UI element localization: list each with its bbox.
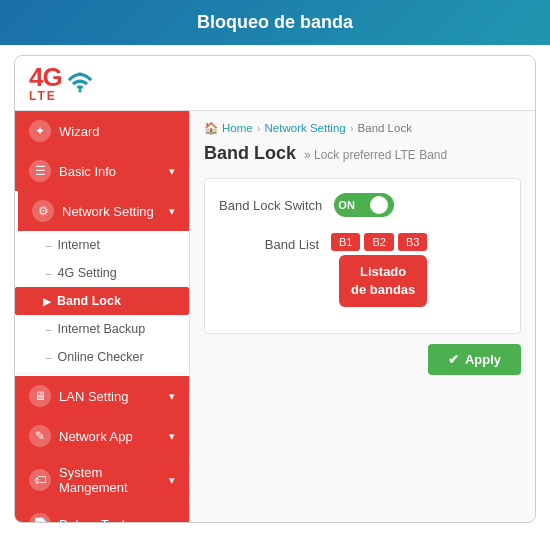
band-pill-b1[interactable]: B1 bbox=[331, 233, 360, 251]
apply-row: ✔ Apply bbox=[204, 344, 521, 375]
chevron-down-icon: ▾ bbox=[169, 518, 175, 523]
sidebar: ✦ Wizard ☰ Basic Info ▾ ⚙ Network Settin… bbox=[15, 111, 190, 522]
breadcrumb: 🏠 Home › Network Setting › Band Lock bbox=[204, 121, 521, 135]
content-area: 🏠 Home › Network Setting › Band Lock Ban… bbox=[190, 111, 535, 522]
system-mgmt-icon: 🏷 bbox=[29, 469, 51, 491]
chevron-down-icon: ▾ bbox=[169, 474, 175, 487]
sidebar-item-label: Wizard bbox=[59, 124, 99, 139]
body-area: ✦ Wizard ☰ Basic Info ▾ ⚙ Network Settin… bbox=[15, 111, 535, 522]
breadcrumb-sep2: › bbox=[350, 122, 354, 134]
band-list: B1 B2 B3 Listadode bandas bbox=[331, 233, 506, 307]
chevron-down-icon: ▾ bbox=[169, 165, 175, 178]
network-setting-icon: ⚙ bbox=[32, 200, 54, 222]
page-title: Band Lock » Lock preferred LTE Band bbox=[204, 143, 521, 164]
sidebar-sub-label: 4G Setting bbox=[58, 266, 117, 280]
sidebar-item-system-management[interactable]: 🏷 System Mangement ▾ bbox=[15, 456, 189, 504]
sidebar-item-network-app[interactable]: ✎ Network App ▾ bbox=[15, 416, 189, 456]
breadcrumb-network-setting[interactable]: Network Setting bbox=[265, 122, 346, 134]
breadcrumb-home[interactable]: Home bbox=[222, 122, 253, 134]
band-list-label: Band List bbox=[219, 233, 319, 252]
sidebar-item-label: Network Setting bbox=[62, 204, 154, 219]
page-title-text: Band Lock bbox=[204, 143, 296, 164]
sidebar-item-internet-backup[interactable]: – Internet Backup bbox=[15, 315, 189, 343]
toggle-knob bbox=[370, 196, 388, 214]
bullet-icon: – bbox=[46, 268, 52, 279]
apply-checkmark-icon: ✔ bbox=[448, 352, 459, 367]
band-lock-switch-row: Band Lock Switch ON bbox=[219, 193, 506, 217]
sidebar-item-label: Basic Info bbox=[59, 164, 116, 179]
page-subtitle: » Lock preferred LTE Band bbox=[304, 148, 447, 162]
sidebar-item-band-lock[interactable]: ▶ Band Lock bbox=[15, 287, 189, 315]
bullet-icon: – bbox=[46, 240, 52, 251]
page-header: Bloqueo de banda bbox=[0, 0, 550, 45]
divider bbox=[15, 373, 189, 374]
sidebar-item-label: System Mangement bbox=[59, 465, 161, 495]
wizard-icon: ✦ bbox=[29, 120, 51, 142]
sidebar-item-debug-tool[interactable]: 📄 Debug Tool ▾ bbox=[15, 504, 189, 522]
chevron-down-icon: ▾ bbox=[169, 205, 175, 218]
band-list-row: Band List B1 B2 B3 Listadode bandas bbox=[219, 229, 506, 307]
band-lock-form: Band Lock Switch ON Band List B1 B2 B3 L… bbox=[204, 178, 521, 334]
chevron-down-icon: ▾ bbox=[169, 430, 175, 443]
sidebar-sub-label: Online Checker bbox=[58, 350, 144, 364]
apply-button[interactable]: ✔ Apply bbox=[428, 344, 521, 375]
header-title: Bloqueo de banda bbox=[197, 12, 353, 32]
sidebar-item-internet[interactable]: – Internet bbox=[15, 231, 189, 259]
bullet-icon: – bbox=[46, 352, 52, 363]
sidebar-item-online-checker[interactable]: – Online Checker bbox=[15, 343, 189, 371]
band-lock-switch-label: Band Lock Switch bbox=[219, 198, 322, 213]
debug-tool-icon: 📄 bbox=[29, 513, 51, 522]
sidebar-item-network-setting[interactable]: ⚙ Network Setting ▾ bbox=[15, 191, 189, 231]
logo-bar: 4GLTE bbox=[15, 56, 535, 111]
sidebar-item-lan-setting[interactable]: 🖥 LAN Setting ▾ bbox=[15, 376, 189, 416]
toggle-on-label: ON bbox=[338, 199, 355, 211]
network-app-icon: ✎ bbox=[29, 425, 51, 447]
sidebar-item-label: LAN Setting bbox=[59, 389, 128, 404]
sidebar-item-label: Network App bbox=[59, 429, 133, 444]
wifi-icon bbox=[66, 69, 94, 102]
band-list-tooltip: Listadode bandas bbox=[339, 255, 427, 307]
band-pill-b3[interactable]: B3 bbox=[398, 233, 427, 251]
chevron-down-icon: ▾ bbox=[169, 390, 175, 403]
sidebar-item-label: Debug Tool bbox=[59, 517, 125, 523]
sidebar-item-wizard[interactable]: ✦ Wizard bbox=[15, 111, 189, 151]
svg-point-0 bbox=[78, 90, 81, 93]
router-logo: 4GLTE bbox=[29, 64, 94, 102]
basic-info-icon: ☰ bbox=[29, 160, 51, 182]
lan-setting-icon: 🖥 bbox=[29, 385, 51, 407]
bullet-icon: ▶ bbox=[43, 296, 51, 307]
home-icon: 🏠 bbox=[204, 121, 218, 135]
bullet-icon: – bbox=[46, 324, 52, 335]
band-lock-toggle[interactable]: ON bbox=[334, 193, 394, 217]
apply-label: Apply bbox=[465, 352, 501, 367]
logo-4g-text: 4GLTE bbox=[29, 64, 62, 102]
main-container: 4GLTE ✦ Wizard ☰ Basic bbox=[14, 55, 536, 523]
sidebar-item-4g-setting[interactable]: – 4G Setting bbox=[15, 259, 189, 287]
sidebar-sub-label: Internet bbox=[58, 238, 100, 252]
breadcrumb-sep1: › bbox=[257, 122, 261, 134]
sidebar-sub-label: Band Lock bbox=[57, 294, 121, 308]
breadcrumb-band-lock: Band Lock bbox=[358, 122, 412, 134]
band-pill-b2[interactable]: B2 bbox=[364, 233, 393, 251]
sidebar-item-basic-info[interactable]: ☰ Basic Info ▾ bbox=[15, 151, 189, 191]
sidebar-sub-label: Internet Backup bbox=[58, 322, 146, 336]
